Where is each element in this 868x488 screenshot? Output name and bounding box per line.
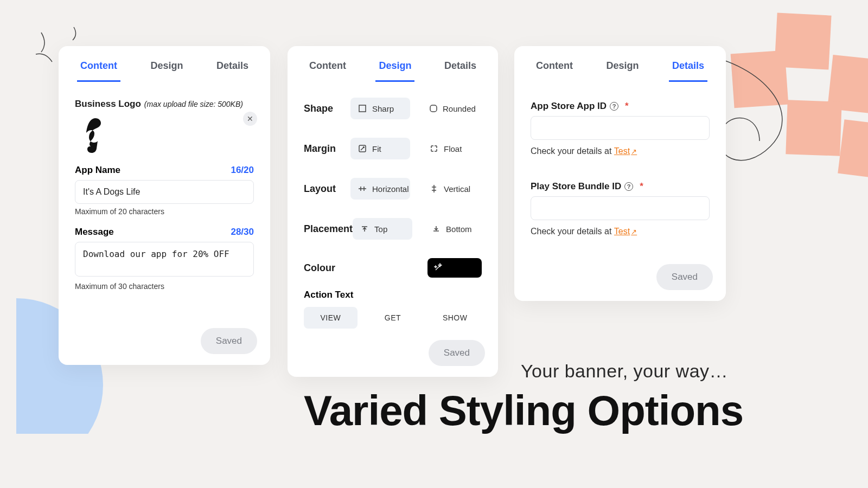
marketing-subhead: Your banner, your way… xyxy=(521,361,728,382)
appname-hint: Maximum of 20 characters xyxy=(75,207,254,216)
bottom-icon xyxy=(432,224,441,233)
svg-rect-0 xyxy=(359,105,366,112)
action-text-label: Action Text xyxy=(304,290,482,300)
fit-icon xyxy=(358,144,367,153)
message-input[interactable] xyxy=(75,242,254,277)
external-icon: ↗ xyxy=(631,228,637,236)
margin-fit-option[interactable]: Fit xyxy=(350,138,410,159)
tab-content[interactable]: Content xyxy=(533,60,576,82)
opt-text: Bottom xyxy=(446,224,472,234)
message-counter: 28/30 xyxy=(231,227,254,237)
logo-label: Business Logo (max upload file size: 500… xyxy=(75,99,254,110)
top-icon xyxy=(360,224,369,233)
layout-label: Layout xyxy=(304,183,350,195)
svg-rect-1 xyxy=(430,105,437,112)
tab-details[interactable]: Details xyxy=(213,60,252,82)
placement-bottom-option[interactable]: Bottom xyxy=(424,218,484,240)
saved-button[interactable]: Saved xyxy=(656,264,713,290)
close-icon: ✕ xyxy=(247,114,253,123)
square-icon xyxy=(358,104,367,113)
logo-preview xyxy=(75,114,105,154)
opt-text: Top xyxy=(374,224,387,234)
placement-label: Placement xyxy=(304,223,353,235)
float-icon xyxy=(430,144,438,153)
playstore-id-input[interactable] xyxy=(531,196,710,220)
logo-label-text: Business Logo xyxy=(75,99,141,110)
rounded-square-icon xyxy=(430,104,437,113)
remove-logo-button[interactable]: ✕ xyxy=(243,112,257,126)
message-label: Message xyxy=(75,227,114,237)
marketing-headline: Varied Styling Options xyxy=(304,386,743,435)
label-text: Play Store Bundle ID xyxy=(531,181,621,192)
opt-text: Vertical xyxy=(444,184,470,194)
tab-design[interactable]: Design xyxy=(603,60,642,82)
panel-details: Content Design Details App Store App ID … xyxy=(514,46,726,301)
appstore-id-input[interactable] xyxy=(531,116,710,140)
tab-details[interactable]: Details xyxy=(441,60,480,82)
playstore-test-link[interactable]: Test↗ xyxy=(614,227,637,236)
opt-text: Rounded xyxy=(443,104,476,113)
required-marker: * xyxy=(640,181,643,192)
margin-label: Margin xyxy=(304,143,350,155)
link-text: Test xyxy=(614,146,630,156)
layout-vertical-option[interactable]: Vertical xyxy=(422,178,482,200)
tab-content[interactable]: Content xyxy=(306,60,349,82)
appname-counter: 16/20 xyxy=(231,165,254,176)
tablist: Content Design Details xyxy=(59,46,270,82)
saved-button[interactable]: Saved xyxy=(201,328,257,354)
help-icon[interactable]: ? xyxy=(610,102,618,111)
tab-details[interactable]: Details xyxy=(669,60,707,82)
appstore-check-row: Check your details at Test↗ xyxy=(531,146,710,156)
help-icon[interactable]: ? xyxy=(624,182,633,191)
tab-design[interactable]: Design xyxy=(375,60,414,82)
opt-text: Horizontal xyxy=(372,184,409,194)
appname-label: App Name xyxy=(75,165,120,176)
action-view-option[interactable]: VIEW xyxy=(304,307,358,329)
headline-underlined: Options xyxy=(588,386,744,435)
promo-canvas: Content Design Details Business Logo (ma… xyxy=(0,0,868,488)
action-show-option[interactable]: SHOW xyxy=(428,307,482,329)
appname-input[interactable] xyxy=(75,180,254,204)
playstore-check-row: Check your details at Test↗ xyxy=(531,227,710,236)
tab-design[interactable]: Design xyxy=(147,60,186,82)
colour-picker[interactable] xyxy=(427,258,482,278)
tab-content[interactable]: Content xyxy=(77,60,120,82)
logo-hint: (max upload file size: 500KB) xyxy=(144,100,243,108)
shape-label: Shape xyxy=(304,103,350,114)
playstore-label: Play Store Bundle ID ? * xyxy=(531,181,710,192)
wand-icon xyxy=(434,263,443,273)
vertical-icon xyxy=(430,184,438,193)
check-prefix: Check your details at xyxy=(531,146,614,156)
tablist: Content Design Details xyxy=(288,46,498,82)
action-get-option[interactable]: GET xyxy=(366,307,420,329)
tablist: Content Design Details xyxy=(514,46,726,82)
label-text: App Store App ID xyxy=(531,101,607,112)
appstore-test-link[interactable]: Test↗ xyxy=(614,146,637,156)
required-marker: * xyxy=(625,101,629,112)
horizontal-icon xyxy=(358,184,367,193)
panel-design: Content Design Details Shape Sharp Round… xyxy=(288,46,498,377)
layout-horizontal-option[interactable]: Horizontal xyxy=(350,178,410,200)
check-prefix: Check your details at xyxy=(531,227,614,236)
shape-sharp-option[interactable]: Sharp xyxy=(350,98,410,119)
shape-rounded-option[interactable]: Rounded xyxy=(422,98,482,119)
panel-content: Content Design Details Business Logo (ma… xyxy=(59,46,270,365)
opt-text: Sharp xyxy=(372,104,394,113)
link-text: Test xyxy=(614,227,630,236)
margin-float-option[interactable]: Float xyxy=(422,138,482,159)
placement-top-option[interactable]: Top xyxy=(353,218,412,240)
message-hint: Maximum of 30 characters xyxy=(75,282,254,291)
opt-text: Float xyxy=(444,144,462,153)
opt-text: Fit xyxy=(372,144,381,153)
headline-part: Varied Styling xyxy=(304,387,588,434)
appstore-label: App Store App ID ? * xyxy=(531,101,710,112)
saved-button[interactable]: Saved xyxy=(429,340,485,366)
colour-label: Colour xyxy=(304,262,363,274)
external-icon: ↗ xyxy=(631,147,637,156)
